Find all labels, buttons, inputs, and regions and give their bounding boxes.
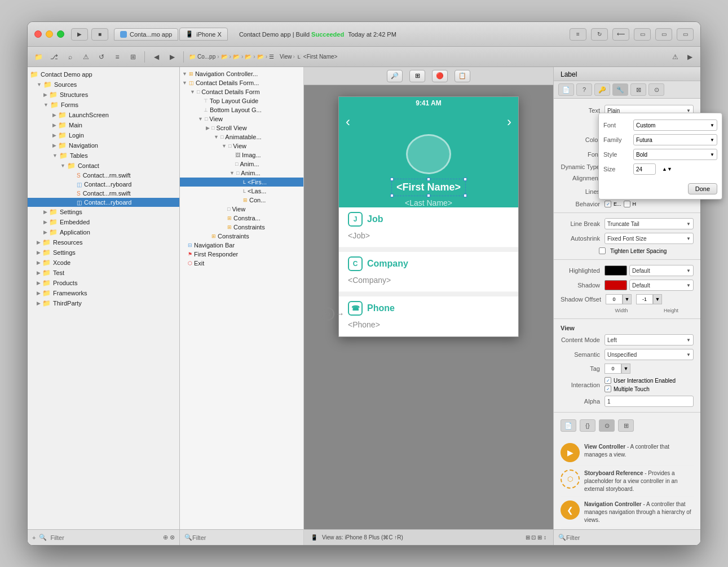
insp-alpha-input[interactable]: 1 (605, 396, 694, 407)
popup-size-stepper[interactable]: ▲▼ (662, 166, 672, 172)
ib-constraints-1[interactable]: ⊞ Constraints (180, 223, 303, 232)
popup-done-btn[interactable]: Done (688, 183, 700, 194)
layout-btn-2[interactable]: ↻ (591, 28, 608, 41)
insp-tighten-cb[interactable] (599, 247, 606, 254)
nav-contact-ryboard-2-selected[interactable]: ◫ Contact...ryboard (28, 198, 179, 207)
interaction-cb2[interactable] (605, 386, 611, 392)
layout-btn-6[interactable]: ▭ (677, 28, 694, 41)
layout-btn-5[interactable]: ▭ (655, 28, 672, 41)
nav-embedded-item[interactable]: ▶ 📁 Embedded (28, 217, 179, 227)
undo-icon[interactable]: ↺ (95, 51, 108, 63)
ib-image[interactable]: 🖼 Imag... (180, 150, 303, 160)
ib-nav-bar[interactable]: ⊟ Navigation Bar (180, 241, 303, 250)
nav-main-item[interactable]: ▶ 📁 Main (28, 120, 179, 130)
obj-lib-tab-code[interactable]: {} (580, 419, 595, 432)
interaction-cb1[interactable] (605, 377, 611, 384)
minimize-button[interactable] (46, 30, 53, 38)
ib-view[interactable]: ▼ □ View (180, 114, 303, 123)
insp-behavior-cb1[interactable] (605, 201, 611, 207)
ib-constrain-2[interactable]: ⊞ Constra... (180, 214, 303, 223)
shadow-w-val[interactable]: 0 (606, 294, 623, 304)
ib-constraints-2[interactable]: ⊞ Constraints (180, 232, 303, 241)
search-icon[interactable]: ⌕ (64, 51, 76, 63)
nav-settings2-item[interactable]: ▶ 📁 Settings (28, 247, 179, 258)
warning-icon[interactable]: ⚠ (80, 51, 92, 63)
insp-shadow-swatch[interactable] (605, 280, 627, 290)
nav-forms-item[interactable]: ▼ 📁 Forms (28, 100, 179, 110)
ib-constraint-1[interactable]: ⊞ Con... (180, 196, 303, 205)
close-button[interactable] (34, 30, 42, 38)
nav-forward-icon[interactable]: ▶ (166, 51, 178, 63)
insp-behavior-cb2[interactable] (624, 201, 630, 207)
ib-anim2[interactable]: ▼ □ Anim... (180, 169, 303, 178)
ib-first-name-label[interactable]: L <Firs... (180, 178, 303, 187)
shadow-w-down[interactable]: ▼ (623, 294, 632, 304)
ib-scroll-view[interactable]: ▶ □ Scroll View (180, 123, 303, 132)
nav-resources-item[interactable]: ▶ 📁 Resources (28, 237, 179, 247)
nav-frameworks-item[interactable]: ▶ 📁 Frameworks (28, 288, 179, 298)
nav-contact-folder-item[interactable]: ▼ 📁 Contact (28, 161, 179, 171)
canvas-btn-2[interactable]: ⊞ (409, 70, 425, 82)
insp-contentmode-select[interactable]: Left ▼ (605, 334, 694, 345)
stop-button[interactable]: ■ (91, 28, 108, 41)
nav-sources-item[interactable]: ▼ 📁 Sources (28, 79, 179, 90)
ib-animatable[interactable]: ▼ □ Animatable... (180, 132, 303, 141)
canvas-btn-4[interactable]: 📋 (455, 70, 470, 82)
nav-contact-rm-swift-1[interactable]: S Contact...rm.swift (28, 171, 179, 180)
nav-application-item[interactable]: ▶ 📁 Application (28, 227, 179, 237)
insp-semantic-select[interactable]: Unspecified ▼ (605, 349, 694, 360)
warning-triangle-icon[interactable]: ⚠ (669, 51, 681, 63)
ib-top-layout[interactable]: ⊤ Top Layout Guide (180, 96, 303, 105)
ib-last-name-label[interactable]: L <Las... (180, 187, 303, 196)
insp-tab-size[interactable]: ⊠ (630, 83, 646, 96)
folder-icon[interactable]: 📁 (32, 51, 45, 63)
shadow-h-val[interactable]: -1 (636, 294, 653, 304)
nav-launchscreen-item[interactable]: ▶ 📁 LaunchScreen (28, 110, 179, 120)
ib-bottom-layout[interactable]: ⊥ Bottom Layout G... (180, 105, 303, 114)
insp-tab-attributes[interactable]: 🔧 (612, 83, 628, 96)
ib-nav-ctrl[interactable]: ▼ ⊞ Navigation Controller... (180, 69, 303, 78)
ib-contact-details[interactable]: ▼ □ Contact Details Form (180, 87, 303, 96)
popup-font-select[interactable]: Custom ▼ (633, 119, 700, 131)
nav-back-arrow[interactable]: ‹ (346, 114, 350, 130)
ib-inner-view[interactable]: ▼ □ View (180, 141, 303, 150)
insp-tab-identity[interactable]: 🔑 (594, 83, 610, 96)
nav-thirdparty-item[interactable]: ▶ 📁 ThirdParty (28, 298, 179, 308)
grid-icon[interactable]: ⊞ (127, 51, 139, 63)
insp-highlighted-select[interactable]: Default ▼ (629, 265, 694, 276)
insp-shadow-select[interactable]: Default ▼ (629, 280, 694, 291)
run-button[interactable]: ▶ (71, 28, 88, 41)
insp-highlighted-swatch[interactable] (605, 265, 627, 276)
nav-root-item[interactable]: 📁 Contact Demo app (28, 69, 179, 79)
insp-linebreak-select[interactable]: Truncate Tail ▼ (605, 218, 694, 229)
nav-settings-item[interactable]: ▶ 📁 Settings (28, 207, 179, 217)
insp-tab-connections[interactable]: ⊙ (648, 83, 664, 96)
ib-view-2[interactable]: □ View (180, 205, 303, 214)
insp-tab-file[interactable]: 📄 (558, 83, 574, 96)
add-button[interactable]: + (32, 534, 36, 541)
tag-val[interactable]: 0 (605, 364, 621, 374)
nav-contact-ryboard-1[interactable]: ◫ Contact...ryboard (28, 180, 179, 189)
nav-structures-item[interactable]: ▶ 📁 Structures (28, 90, 179, 100)
nav-navigation-item[interactable]: ▶ 📁 Navigation (28, 140, 179, 150)
ib-anim1[interactable]: □ Anim... (180, 160, 303, 169)
tab-device[interactable]: 📱 iPhone X (179, 28, 228, 41)
obj-lib-tab-file[interactable]: 📄 (561, 419, 576, 432)
maximize-button[interactable] (57, 30, 64, 38)
obj-lib-tab-media[interactable]: ⊞ (618, 419, 634, 432)
popup-style-select[interactable]: Bold ▼ (633, 149, 700, 160)
nav-products-item[interactable]: ▶ 📁 Products (28, 278, 179, 288)
nav-xcode-item[interactable]: ▶ 📁 Xcode (28, 258, 179, 268)
popup-size-input[interactable]: 24 (633, 163, 656, 175)
debug-icon[interactable]: ▶ (683, 51, 696, 63)
canvas-btn-1[interactable]: 🔎 (387, 70, 403, 82)
tag-down[interactable]: ▼ (621, 364, 630, 374)
layout-btn-1[interactable]: ≡ (570, 28, 586, 41)
first-name-selection[interactable]: <First Name> (391, 179, 466, 196)
redo-icon[interactable]: ≡ (111, 51, 123, 63)
nav-back-icon[interactable]: ◀ (150, 51, 162, 63)
obj-lib-tab-obj[interactable]: ⊙ (599, 419, 615, 432)
layout-btn-3[interactable]: ⟵ (612, 28, 629, 41)
tab-app[interactable]: Conta...mo app (114, 28, 178, 41)
canvas-btn-3[interactable]: 🔴 (432, 70, 448, 82)
